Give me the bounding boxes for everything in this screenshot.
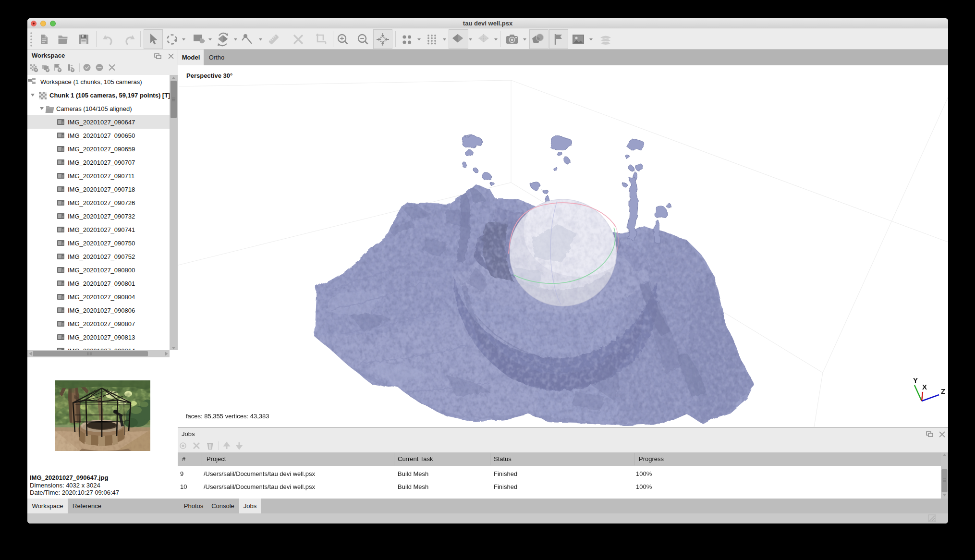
svg-text:Y: Y: [913, 376, 918, 384]
svg-text:X: X: [922, 383, 927, 391]
svg-text:Z: Z: [941, 387, 945, 395]
